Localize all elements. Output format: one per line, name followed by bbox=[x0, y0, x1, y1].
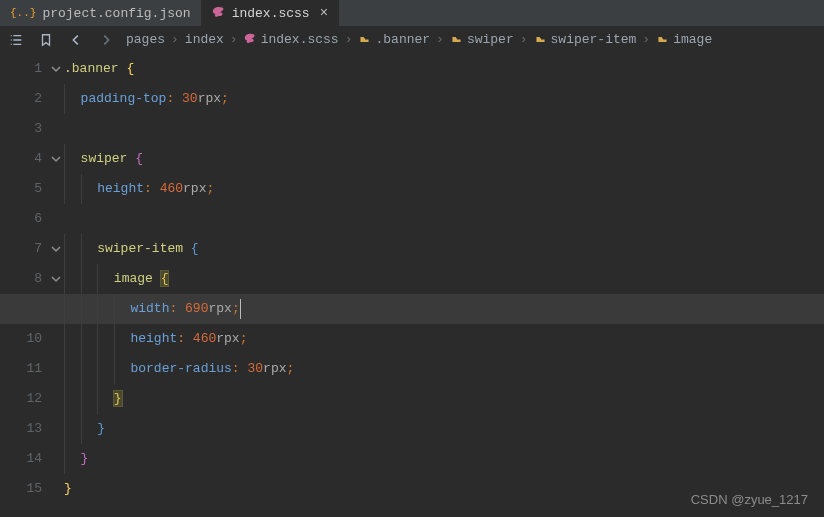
back-icon[interactable] bbox=[66, 30, 86, 50]
fold-toggle bbox=[48, 474, 64, 504]
code-line[interactable]: .banner { bbox=[64, 54, 824, 84]
code-line[interactable]: image { bbox=[64, 264, 824, 294]
fold-toggle bbox=[48, 204, 64, 234]
code-line[interactable]: height: 460rpx; bbox=[64, 324, 824, 354]
fold-toggle bbox=[48, 174, 64, 204]
caret bbox=[240, 299, 241, 319]
tab-label: project.config.json bbox=[42, 6, 190, 21]
code-line[interactable]: padding-top: 30rpx; bbox=[64, 84, 824, 114]
line-number: 5 bbox=[0, 174, 42, 204]
chevron-right-icon: › bbox=[640, 32, 652, 47]
chevron-right-icon: › bbox=[228, 32, 240, 47]
fold-toggle[interactable] bbox=[48, 54, 64, 84]
line-number: 8 bbox=[0, 264, 42, 294]
breadcrumb-item[interactable]: index bbox=[185, 32, 224, 47]
line-number: 13 bbox=[0, 414, 42, 444]
line-number: 1 bbox=[0, 54, 42, 84]
scss-icon bbox=[212, 6, 226, 20]
line-number: 7 bbox=[0, 234, 42, 264]
code-line[interactable]: } bbox=[64, 384, 824, 414]
line-number: 11 bbox=[0, 354, 42, 384]
code-line[interactable]: width: 690rpx; bbox=[64, 294, 824, 324]
breadcrumb-item[interactable]: index.scss bbox=[244, 32, 339, 47]
fold-toggle bbox=[48, 384, 64, 414]
chevron-right-icon: › bbox=[518, 32, 530, 47]
fold-toggle bbox=[48, 354, 64, 384]
tab-index-scss[interactable]: index.scss × bbox=[202, 0, 339, 26]
line-number: 4 bbox=[0, 144, 42, 174]
line-number: 2 bbox=[0, 84, 42, 114]
watermark: CSDN @zyue_1217 bbox=[691, 492, 808, 507]
code-line[interactable]: } bbox=[64, 444, 824, 474]
tab-bar: {..} project.config.json index.scss × bbox=[0, 0, 824, 26]
code-body[interactable]: .banner { padding-top: 30rpx; swiper { h… bbox=[64, 54, 824, 504]
tab-label: index.scss bbox=[232, 6, 310, 21]
code-line[interactable] bbox=[64, 114, 824, 144]
line-number: 6 bbox=[0, 204, 42, 234]
line-gutter: 123456789101112131415 bbox=[0, 54, 48, 504]
fold-toggle[interactable] bbox=[48, 264, 64, 294]
selector-icon bbox=[450, 33, 463, 46]
bookmark-icon[interactable] bbox=[36, 30, 56, 50]
forward-icon[interactable] bbox=[96, 30, 116, 50]
selector-icon bbox=[534, 33, 547, 46]
code-line[interactable] bbox=[64, 204, 824, 234]
list-icon[interactable] bbox=[6, 30, 26, 50]
fold-toggle bbox=[48, 84, 64, 114]
breadcrumb-item[interactable]: swiper bbox=[450, 32, 514, 47]
fold-column bbox=[48, 54, 64, 504]
fold-toggle bbox=[48, 324, 64, 354]
line-number: 12 bbox=[0, 384, 42, 414]
breadcrumb-item[interactable]: swiper-item bbox=[534, 32, 637, 47]
toolbar: pages › index › index.scss › .banner › s… bbox=[0, 26, 824, 54]
code-editor[interactable]: 123456789101112131415 .banner { padding-… bbox=[0, 54, 824, 504]
code-line[interactable]: swiper-item { bbox=[64, 234, 824, 264]
fold-toggle bbox=[48, 444, 64, 474]
chevron-right-icon: › bbox=[434, 32, 446, 47]
fold-toggle[interactable] bbox=[48, 144, 64, 174]
chevron-right-icon: › bbox=[169, 32, 181, 47]
json-icon: {..} bbox=[10, 7, 36, 19]
code-line[interactable]: border-radius: 30rpx; bbox=[64, 354, 824, 384]
scss-icon bbox=[244, 33, 257, 46]
breadcrumb-item[interactable]: pages bbox=[126, 32, 165, 47]
fold-toggle bbox=[48, 414, 64, 444]
fold-toggle[interactable] bbox=[48, 234, 64, 264]
code-line[interactable]: height: 460rpx; bbox=[64, 174, 824, 204]
fold-toggle bbox=[48, 114, 64, 144]
code-line[interactable]: } bbox=[64, 414, 824, 444]
chevron-right-icon: › bbox=[343, 32, 355, 47]
close-icon[interactable]: × bbox=[320, 5, 328, 21]
tab-project-config[interactable]: {..} project.config.json bbox=[0, 0, 202, 26]
code-line[interactable]: swiper { bbox=[64, 144, 824, 174]
breadcrumb: pages › index › index.scss › .banner › s… bbox=[126, 32, 712, 47]
breadcrumb-item[interactable]: image bbox=[656, 32, 712, 47]
line-number: 3 bbox=[0, 114, 42, 144]
line-number: 14 bbox=[0, 444, 42, 474]
line-number: 15 bbox=[0, 474, 42, 504]
selector-icon bbox=[656, 33, 669, 46]
line-number: 10 bbox=[0, 324, 42, 354]
selector-icon bbox=[358, 33, 371, 46]
breadcrumb-item[interactable]: .banner bbox=[358, 32, 430, 47]
